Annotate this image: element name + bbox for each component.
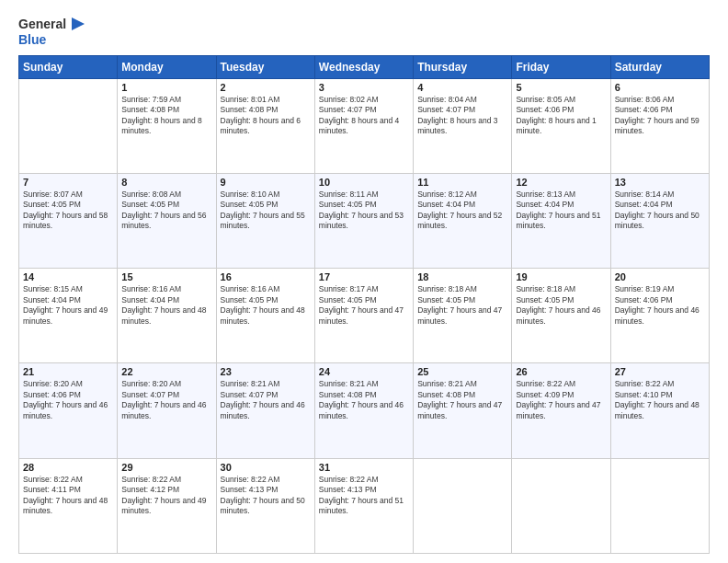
calendar-cell: 3Sunrise: 8:02 AMSunset: 4:07 PMDaylight… [314,78,413,173]
day-number: 30 [221,462,311,473]
logo-blue: Blue [18,32,46,48]
day-info: Sunrise: 8:22 AMSunset: 4:10 PMDaylight:… [615,379,705,421]
calendar-cell: 1Sunrise: 7:59 AMSunset: 4:08 PMDaylight… [118,78,216,173]
day-number: 18 [417,271,507,282]
calendar-cell: 21Sunrise: 8:20 AMSunset: 4:06 PMDayligh… [19,363,118,458]
day-info: Sunrise: 8:05 AMSunset: 4:06 PMDaylight:… [516,95,606,137]
day-info: Sunrise: 8:21 AMSunset: 4:08 PMDaylight:… [417,379,507,421]
week-row-3: 21Sunrise: 8:20 AMSunset: 4:06 PMDayligh… [19,363,710,458]
calendar-cell [19,78,118,173]
day-info: Sunrise: 8:02 AMSunset: 4:07 PMDaylight:… [319,95,409,137]
day-info: Sunrise: 8:20 AMSunset: 4:06 PMDaylight:… [23,379,113,421]
day-info: Sunrise: 8:21 AMSunset: 4:07 PMDaylight:… [221,379,311,421]
day-number: 7 [23,177,113,188]
day-number: 28 [23,462,113,473]
day-info: Sunrise: 8:04 AMSunset: 4:07 PMDaylight:… [417,95,507,137]
page: General Blue SundayMondayTuesdayWednesda… [0,0,728,563]
week-row-1: 7Sunrise: 8:07 AMSunset: 4:05 PMDaylight… [19,173,710,268]
calendar-cell: 22Sunrise: 8:20 AMSunset: 4:07 PMDayligh… [118,363,216,458]
day-info: Sunrise: 8:07 AMSunset: 4:05 PMDaylight:… [23,190,113,232]
day-info: Sunrise: 8:15 AMSunset: 4:04 PMDaylight:… [23,284,113,327]
calendar-cell: 4Sunrise: 8:04 AMSunset: 4:07 PMDaylight… [414,78,512,173]
day-info: Sunrise: 8:22 AMSunset: 4:12 PMDaylight:… [121,475,211,517]
day-info: Sunrise: 8:19 AMSunset: 4:06 PMDaylight:… [615,284,705,327]
calendar-cell: 11Sunrise: 8:12 AMSunset: 4:04 PMDayligh… [414,173,512,268]
day-number: 2 [221,82,311,93]
calendar-cell: 30Sunrise: 8:22 AMSunset: 4:13 PMDayligh… [216,458,314,553]
weekday-header-monday: Monday [118,55,216,78]
day-number: 9 [221,177,311,188]
day-number: 21 [23,366,113,377]
day-number: 11 [417,177,507,188]
day-info: Sunrise: 8:22 AMSunset: 4:09 PMDaylight:… [516,379,606,421]
day-number: 5 [516,82,606,93]
day-number: 24 [319,366,409,377]
calendar-cell: 19Sunrise: 8:18 AMSunset: 4:05 PMDayligh… [512,269,610,363]
day-number: 13 [615,177,705,188]
day-info: Sunrise: 8:13 AMSunset: 4:04 PMDaylight:… [516,190,606,232]
day-info: Sunrise: 8:20 AMSunset: 4:07 PMDaylight:… [121,379,211,421]
logo-text-block: General Blue [18,17,85,48]
calendar-cell: 15Sunrise: 8:16 AMSunset: 4:04 PMDayligh… [118,269,216,363]
day-number: 26 [516,366,606,377]
weekday-header-tuesday: Tuesday [216,55,314,78]
day-info: Sunrise: 8:08 AMSunset: 4:05 PMDaylight:… [121,190,211,232]
header: General Blue [18,17,710,48]
day-info: Sunrise: 8:06 AMSunset: 4:06 PMDaylight:… [615,95,705,137]
calendar-cell: 25Sunrise: 8:21 AMSunset: 4:08 PMDayligh… [414,363,512,458]
week-row-4: 28Sunrise: 8:22 AMSunset: 4:11 PMDayligh… [19,458,710,553]
day-number: 1 [121,82,211,93]
day-number: 12 [516,177,606,188]
day-info: Sunrise: 8:12 AMSunset: 4:04 PMDaylight:… [417,190,507,232]
calendar-table: SundayMondayTuesdayWednesdayThursdayFrid… [18,55,710,554]
calendar-cell: 8Sunrise: 8:08 AMSunset: 4:05 PMDaylight… [118,173,216,268]
day-info: Sunrise: 8:17 AMSunset: 4:05 PMDaylight:… [319,284,409,327]
day-info: Sunrise: 8:01 AMSunset: 4:08 PMDaylight:… [221,95,311,137]
calendar-cell: 16Sunrise: 8:16 AMSunset: 4:05 PMDayligh… [216,269,314,363]
weekday-header-wednesday: Wednesday [314,55,413,78]
calendar-cell: 13Sunrise: 8:14 AMSunset: 4:04 PMDayligh… [610,173,709,268]
day-info: Sunrise: 8:16 AMSunset: 4:04 PMDaylight:… [121,284,211,327]
logo: General Blue [18,17,85,48]
day-info: Sunrise: 8:16 AMSunset: 4:05 PMDaylight:… [221,284,311,327]
calendar-cell: 24Sunrise: 8:21 AMSunset: 4:08 PMDayligh… [314,363,413,458]
day-number: 27 [615,366,705,377]
weekday-header-friday: Friday [512,55,610,78]
calendar-cell: 6Sunrise: 8:06 AMSunset: 4:06 PMDaylight… [610,78,709,173]
calendar-cell: 18Sunrise: 8:18 AMSunset: 4:05 PMDayligh… [414,269,512,363]
day-number: 3 [319,82,409,93]
day-info: Sunrise: 8:22 AMSunset: 4:11 PMDaylight:… [23,475,113,517]
weekday-header-row: SundayMondayTuesdayWednesdayThursdayFrid… [19,55,710,78]
day-number: 31 [319,462,409,473]
day-number: 19 [516,271,606,282]
day-number: 16 [221,271,311,282]
day-number: 10 [319,177,409,188]
day-number: 15 [121,271,211,282]
day-number: 4 [417,82,507,93]
day-info: Sunrise: 8:11 AMSunset: 4:05 PMDaylight:… [319,190,409,232]
day-info: Sunrise: 8:10 AMSunset: 4:05 PMDaylight:… [221,190,311,232]
day-info: Sunrise: 8:22 AMSunset: 4:13 PMDaylight:… [319,475,409,517]
calendar-cell [512,458,610,553]
day-number: 14 [23,271,113,282]
weekday-header-thursday: Thursday [414,55,512,78]
logo-arrow-icon [68,17,85,30]
day-info: Sunrise: 7:59 AMSunset: 4:08 PMDaylight:… [121,95,211,137]
calendar-cell: 31Sunrise: 8:22 AMSunset: 4:13 PMDayligh… [314,458,413,553]
weekday-header-saturday: Saturday [610,55,709,78]
calendar-cell: 29Sunrise: 8:22 AMSunset: 4:12 PMDayligh… [118,458,216,553]
calendar-cell: 5Sunrise: 8:05 AMSunset: 4:06 PMDaylight… [512,78,610,173]
day-info: Sunrise: 8:18 AMSunset: 4:05 PMDaylight:… [417,284,507,327]
calendar-cell: 9Sunrise: 8:10 AMSunset: 4:05 PMDaylight… [216,173,314,268]
calendar-cell: 27Sunrise: 8:22 AMSunset: 4:10 PMDayligh… [610,363,709,458]
week-row-2: 14Sunrise: 8:15 AMSunset: 4:04 PMDayligh… [19,269,710,363]
day-info: Sunrise: 8:18 AMSunset: 4:05 PMDaylight:… [516,284,606,327]
calendar-cell [610,458,709,553]
day-number: 6 [615,82,705,93]
day-number: 25 [417,366,507,377]
calendar-cell: 14Sunrise: 8:15 AMSunset: 4:04 PMDayligh… [19,269,118,363]
day-number: 20 [615,271,705,282]
day-number: 22 [121,366,211,377]
calendar-cell: 26Sunrise: 8:22 AMSunset: 4:09 PMDayligh… [512,363,610,458]
calendar-cell: 7Sunrise: 8:07 AMSunset: 4:05 PMDaylight… [19,173,118,268]
